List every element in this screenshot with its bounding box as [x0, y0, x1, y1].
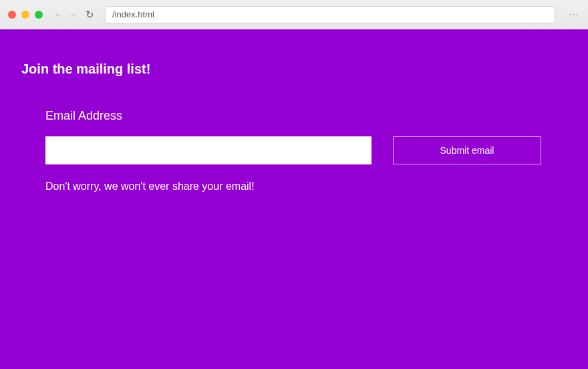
window-controls — [8, 11, 43, 19]
mailing-list-form: Email Address Submit email Don't worry, … — [21, 109, 567, 193]
page-body: Join the mailing list! Email Address Sub… — [0, 29, 588, 369]
reload-icon[interactable]: ↻ — [86, 9, 94, 21]
forward-icon[interactable]: → — [67, 9, 78, 21]
menu-dots-icon[interactable]: ⋮ — [567, 9, 580, 19]
browser-chrome: ← → ↻ /index.html ⋮ — [0, 0, 588, 29]
url-bar[interactable]: /index.html — [105, 6, 555, 23]
input-row: Submit email — [45, 136, 543, 164]
close-window-button[interactable] — [8, 11, 16, 19]
maximize-window-button[interactable] — [35, 11, 43, 19]
submit-button-label: Submit email — [440, 145, 494, 156]
minimize-window-button[interactable] — [21, 11, 29, 19]
email-field[interactable] — [45, 136, 372, 164]
submit-email-button[interactable]: Submit email — [393, 136, 541, 164]
email-label: Email Address — [45, 109, 543, 123]
nav-arrows: ← → — [53, 9, 78, 21]
url-text: /index.html — [112, 9, 154, 19]
page-title: Join the mailing list! — [21, 62, 567, 77]
helper-text: Don't worry, we won't ever share your em… — [45, 180, 543, 193]
back-icon[interactable]: ← — [53, 9, 64, 21]
